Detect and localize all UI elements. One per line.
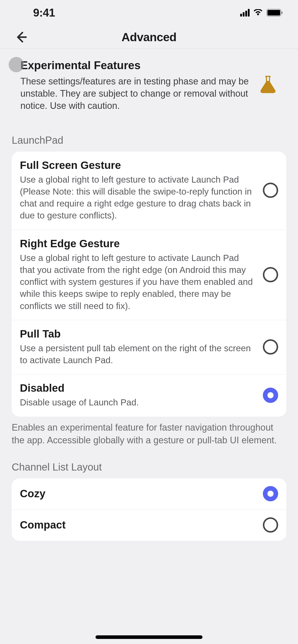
experimental-header: Experimental Features These settings/fea… [0, 49, 298, 120]
back-button[interactable] [13, 30, 29, 45]
option-description: Use a global right to left gesture to ac… [20, 252, 256, 312]
option-compact[interactable]: Compact [12, 509, 286, 541]
radio-indicator [263, 267, 278, 282]
status-icons [240, 9, 283, 17]
radio-indicator [263, 486, 278, 501]
option-title: Disabled [20, 382, 256, 394]
option-title: Full Screen Gesture [20, 159, 256, 171]
experimental-description: These settings/features are in testing p… [20, 75, 251, 112]
content-scroll[interactable]: Experimental Features These settings/fea… [0, 49, 298, 644]
nav-header: Advanced [0, 25, 298, 49]
option-title: Right Edge Gesture [20, 238, 256, 250]
home-indicator [96, 635, 202, 639]
experimental-title: Experimental Features [20, 59, 251, 72]
section-label-channel-layout: Channel List Layout [0, 447, 298, 478]
wifi-icon [253, 9, 263, 16]
cellular-icon [240, 9, 250, 17]
svg-rect-1 [267, 10, 280, 16]
channel-layout-options-card: Cozy Compact [12, 478, 286, 541]
back-arrow-icon [14, 31, 28, 44]
battery-icon [266, 9, 283, 17]
option-description: Use a global right to left gesture to ac… [20, 173, 256, 222]
option-description: Disable usage of Launch Pad. [20, 396, 256, 408]
option-title: Cozy [20, 488, 256, 500]
section-footer-launchpad: Enables an experimental feature for fast… [0, 417, 298, 447]
page-title: Advanced [121, 30, 177, 44]
status-bar: 9:41 [0, 0, 298, 25]
radio-indicator [263, 517, 278, 533]
option-description: Use a persistent pull tab element on the… [20, 342, 256, 366]
radio-indicator [263, 339, 278, 355]
option-title: Compact [20, 519, 256, 531]
option-title: Pull Tab [20, 328, 256, 340]
status-time: 9:41 [33, 6, 55, 19]
option-pull-tab[interactable]: Pull Tab Use a persistent pull tab eleme… [12, 320, 286, 374]
option-right-edge-gesture[interactable]: Right Edge Gesture Use a global right to… [12, 230, 286, 320]
flask-icon [258, 74, 278, 94]
radio-indicator [263, 183, 278, 198]
radio-indicator [263, 388, 278, 403]
section-label-launchpad: LaunchPad [0, 120, 298, 152]
option-full-screen-gesture[interactable]: Full Screen Gesture Use a global right t… [12, 152, 286, 230]
svg-rect-3 [267, 77, 269, 81]
option-disabled[interactable]: Disabled Disable usage of Launch Pad. [12, 374, 286, 416]
svg-rect-2 [281, 11, 282, 14]
launchpad-options-card: Full Screen Gesture Use a global right t… [12, 152, 286, 417]
option-cozy[interactable]: Cozy [12, 478, 286, 509]
